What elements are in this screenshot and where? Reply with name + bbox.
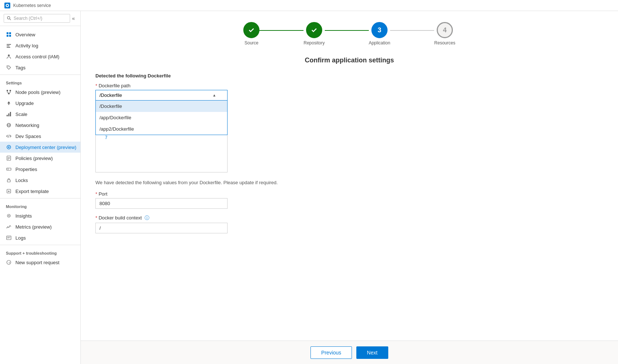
dropdown-option-app-dockerfile[interactable]: /app/Dockerfile: [96, 112, 227, 123]
step-number-resources: 4: [443, 26, 447, 34]
main-content: Source Repository 3 Application: [81, 11, 618, 341]
svg-line-3: [10, 19, 11, 20]
sidebar-item-insights[interactable]: Insights: [0, 210, 80, 221]
svg-rect-10: [7, 47, 10, 48]
step-line-2: [325, 30, 369, 31]
port-group: * Port: [95, 191, 603, 209]
divider: [0, 198, 80, 199]
sidebar-item-label: Logs: [15, 235, 26, 241]
svg-point-29: [8, 146, 10, 148]
sidebar-item-properties[interactable]: Properties: [0, 164, 80, 175]
sidebar-item-new-support[interactable]: ? New support request: [0, 257, 80, 268]
step-source: Source: [243, 22, 259, 46]
docker-build-info-icon[interactable]: ⓘ: [145, 215, 149, 221]
sidebar-item-overview[interactable]: Overview: [0, 29, 80, 40]
dockerfile-path-group: * Dockerfile path ▲ /Dockerfile /app/Doc…: [95, 83, 603, 101]
sidebar: Search (Ctrl+/) « Overview Activity log: [0, 11, 81, 364]
layout: Search (Ctrl+/) « Overview Activity log: [0, 11, 618, 364]
search-box[interactable]: Search (Ctrl+/): [4, 14, 70, 23]
sidebar-item-locks[interactable]: Locks: [0, 175, 80, 186]
search-icon: [7, 16, 11, 21]
divider: [0, 74, 80, 75]
required-asterisk: *: [95, 83, 97, 88]
footer: Previous Next: [81, 341, 618, 364]
sidebar-item-node-pools[interactable]: Node pools (preview): [0, 87, 80, 98]
dockerfile-path-dropdown: ▲ /Dockerfile /app/Dockerfile /app2/Dock…: [95, 90, 228, 101]
previous-button[interactable]: Previous: [310, 346, 352, 359]
svg-rect-36: [7, 180, 10, 182]
support-section-title: Support + troubleshooting: [0, 247, 80, 257]
step-label-repository: Repository: [303, 40, 324, 46]
docker-build-context-group: * Docker build context ⓘ: [95, 215, 603, 233]
tags-icon: [6, 65, 12, 70]
code-line-7: 7: [99, 135, 224, 141]
docker-build-context-input[interactable]: [95, 223, 228, 233]
sidebar-item-label: Insights: [15, 213, 32, 219]
sidebar-item-label: Policies (preview): [15, 156, 53, 161]
sidebar-item-label: Upgrade: [15, 101, 34, 106]
sidebar-item-label: Networking: [15, 123, 39, 128]
svg-point-2: [7, 17, 10, 19]
svg-rect-14: [10, 90, 11, 91]
top-bar: Kubernetes service: [0, 0, 618, 11]
collapse-button[interactable]: «: [70, 15, 77, 22]
section-title: Detected the following Dockerfile: [95, 73, 603, 79]
step-circle-application: 3: [371, 22, 388, 38]
sidebar-item-scale[interactable]: Scale: [0, 109, 80, 120]
svg-rect-15: [8, 93, 10, 94]
svg-rect-5: [9, 32, 11, 34]
svg-point-40: [8, 215, 10, 216]
port-input[interactable]: [95, 198, 228, 209]
sidebar-item-label: Access control (IAM): [15, 54, 59, 59]
port-required: *: [95, 191, 97, 197]
svg-rect-4: [7, 32, 8, 34]
step-resources: 4 Resources: [434, 22, 455, 46]
step-label-application: Application: [369, 40, 390, 46]
sidebar-item-deployment-center[interactable]: Deployment center (preview): [0, 142, 80, 153]
sidebar-header: Search (Ctrl+/) «: [0, 11, 80, 26]
main-panel: Source Repository 3 Application: [81, 11, 618, 364]
sidebar-item-activity-log[interactable]: Activity log: [0, 40, 80, 51]
logs-icon: [6, 235, 12, 241]
sidebar-item-label: Export template: [15, 189, 49, 194]
settings-section-title: Settings: [0, 76, 80, 87]
svg-point-12: [8, 66, 8, 67]
docker-build-context-label: * Docker build context ⓘ: [95, 215, 603, 221]
sidebar-item-networking[interactable]: Networking: [0, 120, 80, 131]
svg-rect-20: [8, 103, 9, 105]
dropdown-option-app2-dockerfile[interactable]: /app2/Dockerfile: [96, 123, 227, 135]
search-placeholder: Search (Ctrl+/): [14, 16, 42, 21]
properties-icon: [6, 166, 12, 172]
svg-rect-23: [10, 112, 11, 116]
svg-point-1: [7, 4, 8, 6]
svg-rect-8: [7, 44, 11, 45]
dropdown-option-dockerfile[interactable]: /Dockerfile: [96, 101, 227, 112]
locks-icon: [6, 177, 12, 183]
monitoring-section-title: Monitoring: [0, 200, 80, 210]
sidebar-item-policies[interactable]: Policies (preview): [0, 153, 80, 164]
docker-build-label-text: Docker build context: [99, 215, 142, 221]
export-icon: [6, 188, 12, 194]
node-pools-icon: [6, 89, 12, 95]
svg-rect-21: [7, 115, 8, 116]
sidebar-item-metrics[interactable]: Metrics (preview): [0, 221, 80, 232]
step-line-1: [259, 30, 303, 31]
svg-point-11: [8, 55, 10, 57]
step-application: 3 Application: [369, 22, 390, 46]
sidebar-item-logs[interactable]: Logs: [0, 232, 80, 243]
sidebar-item-label: Activity log: [15, 43, 38, 48]
sidebar-item-upgrade[interactable]: Upgrade: [0, 98, 80, 109]
divider: [0, 245, 80, 245]
sidebar-item-iam[interactable]: Access control (IAM): [0, 51, 80, 62]
sidebar-item-label: Locks: [15, 178, 28, 183]
dockerfile-path-text-input[interactable]: [99, 92, 212, 98]
sidebar-navigation: Overview Activity log Access control (IA…: [0, 26, 80, 364]
next-button[interactable]: Next: [356, 346, 388, 359]
deployment-icon: [6, 144, 12, 150]
sidebar-item-dev-spaces[interactable]: Dev Spaces: [0, 131, 80, 142]
sidebar-item-label: Node pools (preview): [15, 90, 61, 95]
svg-rect-22: [8, 113, 10, 116]
sidebar-item-tags[interactable]: Tags: [0, 62, 80, 73]
sidebar-item-export-template[interactable]: Export template: [0, 186, 80, 197]
dockerfile-path-input[interactable]: ▲: [95, 90, 228, 101]
